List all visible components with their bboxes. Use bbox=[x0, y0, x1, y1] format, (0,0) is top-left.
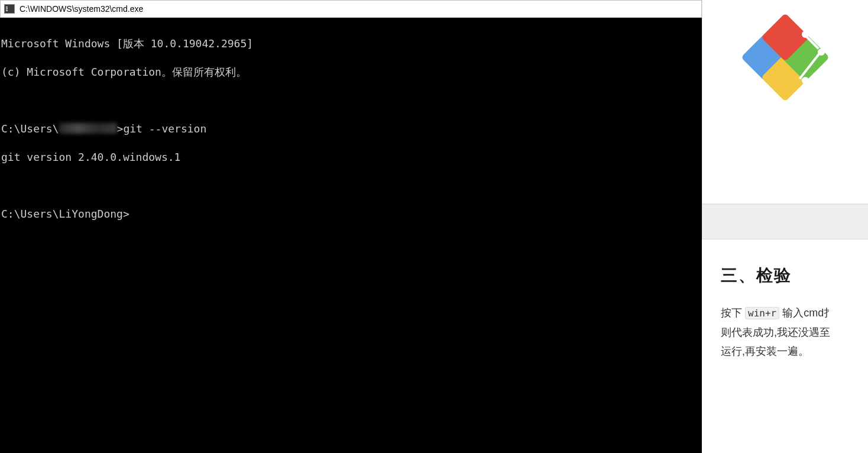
logo-section bbox=[702, 0, 868, 204]
window-title: C:\WINDOWS\system32\cmd.exe bbox=[20, 4, 143, 14]
separator-bar bbox=[702, 204, 868, 240]
terminal-line bbox=[1, 93, 701, 108]
article-panel: 三、检验 按下 win+r 输入cmd扌 则代表成功,我还没遇至 运行,再安装一… bbox=[702, 0, 868, 453]
window-titlebar[interactable]: C:\WINDOWS\system32\cmd.exe bbox=[0, 0, 702, 18]
article-content: 三、检验 按下 win+r 输入cmd扌 则代表成功,我还没遇至 运行,再安装一… bbox=[702, 240, 868, 361]
article-body: 按下 win+r 输入cmd扌 则代表成功,我还没遇至 运行,再安装一遍。 bbox=[721, 303, 868, 361]
terminal-line: (c) Microsoft Corporation。保留所有权利。 bbox=[1, 65, 701, 79]
cmd-icon bbox=[4, 4, 15, 14]
logo-node bbox=[802, 77, 809, 84]
redacted-username bbox=[59, 123, 117, 134]
article-text: 输入cmd扌 bbox=[779, 307, 834, 319]
terminal-line: git version 2.40.0.windows.1 bbox=[1, 150, 701, 164]
terminal-line: C:\Users\LiYongDong> bbox=[1, 207, 701, 221]
section-heading: 三、检验 bbox=[721, 264, 868, 287]
terminal-output[interactable]: Microsoft Windows [版本 10.0.19042.2965] (… bbox=[0, 18, 702, 453]
article-line: 则代表成功,我还没遇至 bbox=[721, 323, 868, 342]
kbd-shortcut: win+r bbox=[745, 307, 779, 319]
terminal-line bbox=[1, 179, 701, 193]
article-text: 按下 bbox=[721, 307, 745, 319]
terminal-line: C:\Users\>git --version bbox=[1, 122, 701, 136]
cmd-window: C:\WINDOWS\system32\cmd.exe Microsoft Wi… bbox=[0, 0, 702, 453]
article-line: 按下 win+r 输入cmd扌 bbox=[721, 303, 868, 323]
git-logo-icon bbox=[741, 13, 830, 102]
command-text: >git --version bbox=[117, 122, 207, 135]
terminal-line: Microsoft Windows [版本 10.0.19042.2965] bbox=[1, 37, 701, 51]
article-line: 运行,再安装一遍。 bbox=[721, 342, 868, 361]
prompt-path: C:\Users\ bbox=[1, 122, 59, 135]
